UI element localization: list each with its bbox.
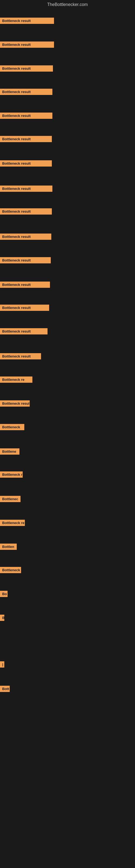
bottleneck-bar-10[interactable]: Bottleneck result (0, 234, 51, 240)
bottleneck-bar-2[interactable]: Bottleneck result (0, 41, 54, 48)
bottleneck-bar-21[interactable]: Bottlenec (0, 496, 20, 502)
bottleneck-bar-12[interactable]: Bottleneck result (0, 282, 50, 288)
bottleneck-bar-6[interactable]: Bottleneck result (0, 136, 52, 142)
bottleneck-bar-3[interactable]: Bottleneck result (0, 65, 53, 72)
bottleneck-bar-4[interactable]: Bottleneck result (0, 89, 52, 95)
bottleneck-bar-13[interactable]: Bottleneck result (0, 305, 49, 311)
bottleneck-bar-11[interactable]: Bottleneck result (0, 257, 51, 264)
bottleneck-bar-17[interactable]: Bottleneck resul (0, 400, 30, 407)
bottleneck-bar-5[interactable]: Bottleneck result (0, 113, 52, 119)
bottleneck-bar-7[interactable]: Bottleneck result (0, 160, 52, 166)
bottleneck-bar-22[interactable]: Bottleneck re (0, 520, 25, 526)
bottleneck-bar-28[interactable]: Bott (0, 686, 10, 692)
bottleneck-bar-16[interactable]: Bottleneck re (0, 376, 32, 383)
bottleneck-bar-9[interactable]: Bottleneck result (0, 208, 52, 215)
bottleneck-bar-23[interactable]: Bottlen (0, 544, 17, 550)
bottleneck-bar-27[interactable]: | (0, 661, 4, 668)
bottleneck-bar-14[interactable]: Bottleneck result (0, 328, 48, 335)
site-title: TheBottlenecker.com (0, 0, 135, 10)
bottleneck-bar-1[interactable]: Bottleneck result (0, 18, 54, 24)
bottleneck-bar-25[interactable]: Bo (0, 591, 8, 597)
bottleneck-bar-24[interactable]: Bottleneck (0, 567, 21, 573)
bottleneck-bar-8[interactable]: Bottleneck result (0, 186, 52, 192)
bottleneck-bar-15[interactable]: Bottleneck result (0, 353, 41, 360)
bottleneck-bar-20[interactable]: Bottleneck r (0, 471, 23, 478)
bottleneck-bar-26[interactable]: B (0, 615, 4, 621)
bottleneck-bar-19[interactable]: Bottlene (0, 448, 19, 455)
bottleneck-bar-18[interactable]: Bottleneck (0, 424, 24, 430)
